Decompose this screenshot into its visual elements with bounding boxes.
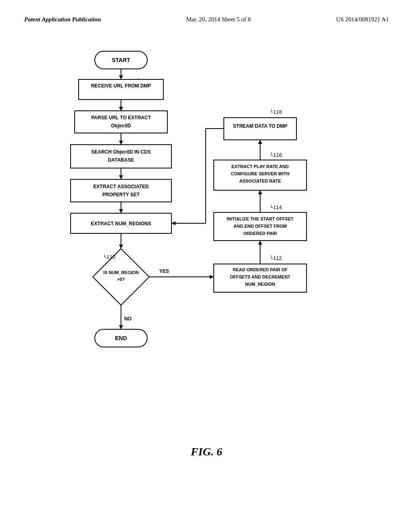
node-110b: >0? [117, 277, 125, 282]
diagram-area: START └100 RECEIVE URL FROM DMP └102 PAR… [0, 39, 413, 482]
svg-marker-20 [210, 275, 214, 279]
yes-label: YES [159, 268, 169, 274]
node-102b: ObjectID [111, 123, 131, 129]
header: Patent Application Publication Mar. 20, … [0, 0, 413, 31]
svg-marker-8 [119, 141, 123, 145]
label-110: └110 [103, 254, 115, 260]
svg-marker-17 [119, 245, 123, 249]
node-106b: PROPERTY SET [102, 192, 140, 197]
header-right: US 2014/0081921 A1 [336, 16, 389, 23]
node-104b: DATABASE [108, 157, 134, 163]
svg-rect-9 [71, 145, 171, 168]
svg-marker-32 [258, 140, 262, 144]
svg-rect-6 [75, 111, 167, 133]
label-118: └118 [269, 109, 282, 115]
node-112b: OFFSETS AND DECREMENT [230, 274, 290, 279]
svg-marker-2 [119, 75, 123, 79]
node-114b: AND END OFFSET FROM [234, 224, 287, 229]
node-104a: SEARCH ObjectID IN CDS [91, 149, 150, 155]
node-116b: CONFIGURE SERVER WITH [231, 171, 289, 176]
node-110a: IS NUM_REGION [103, 270, 139, 275]
node-116c: ASSOCIATED RATE [239, 179, 281, 183]
svg-rect-12 [71, 179, 171, 202]
flowchart-svg: START └100 RECEIVE URL FROM DMP └102 PAR… [0, 39, 413, 466]
node-106a: EXTRACT ASSOCIATED [93, 184, 149, 189]
node-118a: STREAM DATA TO DMP [233, 123, 288, 129]
node-114a: INITIALIZE THE START OFFSET [227, 216, 294, 221]
svg-marker-5 [119, 107, 123, 111]
node-102a: PARSE URL TO EXTRACT [91, 115, 151, 121]
no-label: NO [124, 316, 131, 322]
label-112: └112 [269, 255, 282, 261]
figure-caption: FIG. 6 [0, 445, 413, 458]
end-label: END [115, 335, 127, 341]
svg-marker-14 [119, 209, 123, 213]
node-112a: READ ORDERED PAIR OF [233, 267, 288, 272]
svg-marker-22 [119, 325, 123, 329]
node-114c: ORDERED PAIR [243, 231, 277, 236]
header-center: Mar. 20, 2014 Sheet 5 of 8 [186, 16, 251, 23]
svg-marker-11 [119, 175, 123, 179]
node-100: RECEIVE URL FROM DMP [91, 83, 151, 89]
svg-marker-37 [171, 221, 175, 225]
label-116: └116 [269, 152, 282, 158]
header-left: Patent Application Publication [24, 16, 101, 23]
label-114: └114 [269, 204, 282, 210]
start-label: START [112, 57, 130, 63]
node-108: EXTRACT NUM_REGIONS [91, 221, 151, 227]
svg-marker-26 [258, 241, 262, 245]
svg-marker-29 [258, 190, 262, 194]
node-116a: EXTRACT PLAY RATE AND [232, 164, 289, 169]
svg-rect-3 [79, 79, 163, 100]
node-112c: NUM_REGION [245, 282, 275, 287]
